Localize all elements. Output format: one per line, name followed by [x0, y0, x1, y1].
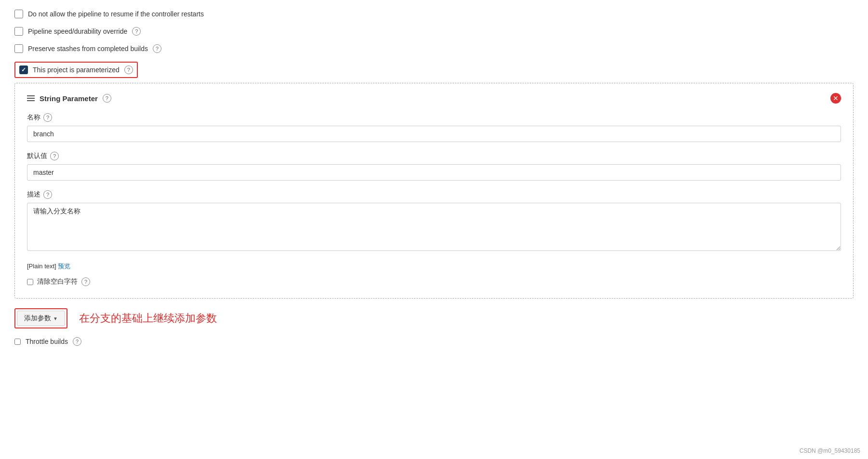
description-field-group: 描述 ? 请输入分支名称	[27, 190, 841, 252]
pipeline-speed-help-icon[interactable]: ?	[132, 27, 141, 36]
no-resume-label: Do not allow the pipeline to resume if t…	[28, 10, 204, 18]
param-panel-title: String Parameter ?	[27, 94, 111, 103]
default-help-icon[interactable]: ?	[50, 152, 59, 160]
trim-checkbox[interactable]	[27, 279, 33, 285]
add-param-button[interactable]: 添加参数 ▼	[17, 311, 65, 326]
no-resume-checkbox[interactable]	[14, 10, 23, 18]
trim-help-icon[interactable]: ?	[81, 277, 90, 286]
string-param-panel: String Parameter ? ✕ 名称 ? 默认值 ? 描述	[14, 83, 854, 299]
pipeline-speed-row: Pipeline speed/durability override ?	[14, 27, 854, 36]
add-param-label: 添加参数	[24, 314, 51, 323]
parameterized-help-icon[interactable]: ?	[124, 66, 133, 74]
name-field-group: 名称 ?	[27, 113, 841, 142]
add-param-btn-wrapper: 添加参数 ▼	[14, 308, 67, 328]
throttle-checkbox[interactable]	[14, 339, 21, 345]
dropdown-arrow-icon: ▼	[53, 316, 58, 321]
preserve-stashes-row: Preserve stashes from completed builds ?	[14, 44, 854, 53]
close-param-button[interactable]: ✕	[830, 93, 841, 104]
drag-handle-icon[interactable]	[27, 95, 35, 101]
name-input[interactable]	[27, 126, 841, 142]
name-field-label: 名称 ?	[27, 113, 841, 122]
default-field-label: 默认值 ?	[27, 152, 841, 160]
bottom-section: 添加参数 ▼ 在分支的基础上继续添加参数	[14, 308, 854, 328]
name-help-icon[interactable]: ?	[43, 113, 52, 122]
parameterized-row: This project is parameterized ?	[14, 62, 138, 78]
parameterized-label: This project is parameterized	[33, 66, 120, 74]
param-panel-header: String Parameter ? ✕	[27, 93, 841, 104]
throttle-label: Throttle builds	[26, 338, 68, 345]
preview-link[interactable]: 预览	[58, 262, 70, 270]
trim-row: 清除空白字符 ?	[27, 277, 841, 286]
page-wrapper: Do not allow the pipeline to resume if t…	[0, 0, 868, 459]
description-textarea[interactable]: 请输入分支名称	[27, 203, 841, 251]
pipeline-speed-label: Pipeline speed/durability override	[28, 27, 127, 35]
trim-label: 清除空白字符	[37, 277, 78, 286]
preserve-stashes-help-icon[interactable]: ?	[153, 44, 161, 53]
watermark: CSDN @m0_59430185	[800, 447, 860, 454]
pipeline-speed-checkbox[interactable]	[14, 27, 23, 36]
preserve-stashes-checkbox[interactable]	[14, 44, 23, 53]
no-resume-row: Do not allow the pipeline to resume if t…	[14, 10, 854, 18]
default-field-group: 默认值 ?	[27, 152, 841, 181]
parameterized-checkbox[interactable]	[19, 66, 28, 74]
default-input[interactable]	[27, 164, 841, 181]
annotation-text: 在分支的基础上继续添加参数	[79, 311, 217, 326]
throttle-row: Throttle builds ?	[14, 337, 854, 346]
description-field-label: 描述 ?	[27, 190, 841, 199]
description-help-icon[interactable]: ?	[43, 190, 52, 199]
param-type-label: String Parameter	[40, 94, 98, 103]
param-type-help-icon[interactable]: ?	[103, 94, 111, 103]
preview-row: [Plain text] 预览	[27, 262, 841, 271]
throttle-help-icon[interactable]: ?	[73, 337, 81, 346]
preserve-stashes-label: Preserve stashes from completed builds	[28, 45, 148, 52]
